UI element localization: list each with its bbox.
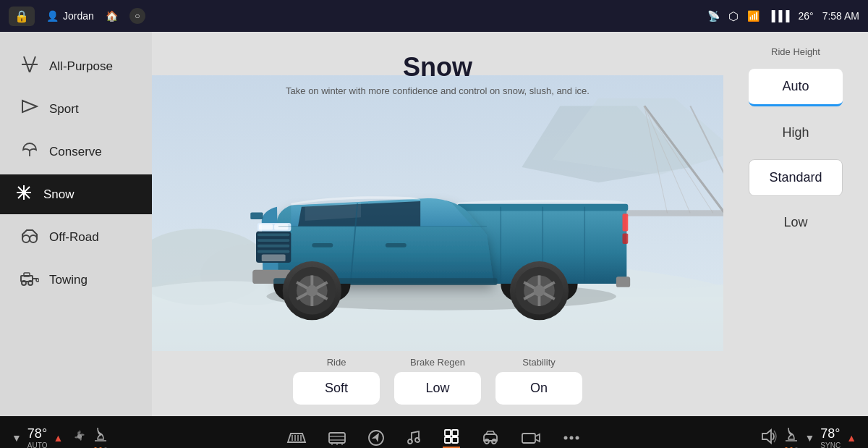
svg-rect-70 bbox=[616, 276, 630, 287]
wifi-icon: 📶 bbox=[747, 10, 760, 22]
camera-icon[interactable] bbox=[521, 429, 541, 447]
center-area: Snow Take on winter with more confidence… bbox=[152, 32, 723, 416]
svg-rect-43 bbox=[262, 254, 286, 261]
top-bar: 🔒 👤 Jordan 🏠 ○ 📡 ⬡ 📶 ▐▐▐ 26° 7:58 AM bbox=[0, 0, 868, 32]
svg-point-91 bbox=[485, 439, 489, 444]
top-bar-right: 📡 ⬡ 📶 ▐▐▐ 26° 7:58 AM bbox=[707, 9, 859, 23]
bottom-center-icons bbox=[142, 428, 726, 448]
all-purpose-icon bbox=[20, 56, 39, 76]
svg-rect-69 bbox=[623, 233, 629, 244]
user-name: Jordan bbox=[63, 10, 94, 22]
stat-brake-value: Low bbox=[394, 372, 481, 405]
svg-point-60 bbox=[307, 284, 318, 295]
car-view-icon[interactable] bbox=[480, 429, 501, 447]
temp-up-button[interactable]: ▲ bbox=[53, 432, 63, 444]
seat-heat-left[interactable] bbox=[93, 426, 108, 449]
svg-rect-87 bbox=[445, 430, 451, 436]
bluetooth-icon: ⬡ bbox=[728, 9, 739, 23]
ride-height-auto[interactable]: Auto bbox=[749, 69, 843, 106]
sidebar-label-off-road: Off-Road bbox=[49, 230, 99, 245]
svg-rect-14 bbox=[24, 273, 30, 276]
right-panel: Ride Height Auto High Standard Low bbox=[723, 32, 868, 416]
windshield-heat-icon[interactable] bbox=[286, 429, 307, 447]
svg-marker-97 bbox=[762, 430, 771, 443]
sidebar-label-conserve: Conserve bbox=[49, 145, 102, 159]
user-icon: 👤 bbox=[46, 10, 59, 22]
rear-defroster-icon[interactable] bbox=[327, 429, 347, 447]
stat-brake-regen: Brake Regen Low bbox=[394, 357, 481, 405]
fan-icon[interactable] bbox=[72, 428, 88, 448]
sidebar-item-sport[interactable]: Sport bbox=[6, 89, 146, 129]
stat-ride-value: Soft bbox=[293, 372, 380, 405]
svg-rect-39 bbox=[258, 233, 289, 236]
sport-icon bbox=[20, 99, 39, 119]
nav-icon[interactable] bbox=[367, 429, 385, 447]
svg-point-15 bbox=[22, 281, 26, 285]
svg-rect-52 bbox=[386, 242, 407, 247]
sidebar-label-sport: Sport bbox=[49, 102, 79, 117]
more-icon[interactable] bbox=[561, 429, 582, 447]
right-temp-down-button[interactable]: ▼ bbox=[804, 432, 814, 444]
sidebar-label-towing: Towing bbox=[49, 273, 88, 287]
svg-rect-46 bbox=[259, 224, 273, 229]
sidebar-item-towing[interactable]: Towing bbox=[6, 260, 146, 300]
ride-height-low[interactable]: Low bbox=[749, 205, 843, 240]
lte-bars-icon: ▐▐▐ bbox=[768, 10, 790, 22]
temperature-display: 26° bbox=[798, 10, 813, 22]
svg-point-95 bbox=[570, 436, 574, 440]
svg-rect-68 bbox=[623, 214, 629, 231]
svg-point-94 bbox=[564, 436, 568, 440]
svg-rect-90 bbox=[452, 437, 458, 443]
stats-bar: Ride Soft Brake Regen Low Stability On bbox=[152, 357, 723, 405]
alexa-icon[interactable]: ○ bbox=[129, 8, 145, 24]
main-content: All-Purpose Sport Conserve bbox=[0, 32, 868, 416]
stat-brake-label: Brake Regen bbox=[410, 357, 465, 368]
svg-rect-51 bbox=[312, 242, 333, 247]
svg-rect-42 bbox=[258, 250, 289, 253]
conserve-icon bbox=[20, 142, 39, 161]
seat-heat-right[interactable] bbox=[784, 426, 799, 449]
stat-ride-label: Ride bbox=[327, 357, 346, 368]
right-temp-sub: SYNC bbox=[820, 441, 841, 448]
off-road-icon bbox=[20, 227, 39, 247]
left-temp-value: 78° bbox=[27, 426, 47, 441]
signal-icon: 📡 bbox=[707, 10, 720, 22]
right-temp-value: 78° bbox=[820, 426, 840, 441]
sidebar-item-conserve[interactable]: Conserve bbox=[6, 132, 146, 172]
snow-icon bbox=[14, 185, 33, 204]
bottom-bar: ▼ 78° AUTO ▲ bbox=[0, 416, 868, 448]
svg-point-12 bbox=[30, 235, 37, 242]
volume-icon[interactable] bbox=[761, 428, 778, 447]
music-icon[interactable] bbox=[405, 429, 422, 447]
top-bar-left: 🔒 👤 Jordan 🏠 ○ bbox=[9, 7, 145, 26]
sidebar-label-snow: Snow bbox=[43, 187, 75, 202]
svg-marker-3 bbox=[22, 101, 37, 112]
svg-rect-77 bbox=[329, 433, 345, 443]
ride-height-standard[interactable]: Standard bbox=[749, 159, 843, 196]
stat-stability-label: Stability bbox=[522, 357, 556, 368]
sidebar-item-off-road[interactable]: Off-Road bbox=[6, 217, 146, 257]
right-temp-up-button[interactable]: ▲ bbox=[846, 432, 856, 444]
svg-point-96 bbox=[576, 436, 579, 440]
svg-rect-88 bbox=[452, 430, 458, 436]
sidebar: All-Purpose Sport Conserve bbox=[0, 32, 152, 416]
home-icon[interactable]: 🏠 bbox=[106, 10, 118, 22]
apps-grid-icon[interactable] bbox=[443, 428, 460, 448]
svg-rect-40 bbox=[258, 239, 289, 242]
lock-button[interactable]: 🔒 bbox=[9, 7, 35, 26]
svg-point-16 bbox=[28, 281, 33, 285]
sidebar-item-all-purpose[interactable]: All-Purpose bbox=[6, 46, 146, 86]
svg-point-18 bbox=[36, 279, 39, 282]
svg-rect-47 bbox=[274, 224, 288, 229]
bottom-right-controls: ▼ 78° SYNC ▲ bbox=[726, 426, 856, 449]
mode-subtitle: Take on winter with more confidence and … bbox=[286, 85, 590, 96]
right-temp-display: 78° SYNC bbox=[820, 426, 841, 448]
towing-icon bbox=[20, 270, 39, 289]
left-temp-display: 78° AUTO bbox=[27, 426, 48, 448]
ride-height-high[interactable]: High bbox=[749, 115, 843, 151]
svg-point-10 bbox=[22, 190, 26, 195]
temp-down-button[interactable]: ▼ bbox=[12, 432, 22, 444]
svg-rect-48 bbox=[250, 212, 263, 219]
sidebar-item-snow[interactable]: Snow bbox=[0, 174, 152, 214]
svg-rect-41 bbox=[258, 244, 289, 247]
